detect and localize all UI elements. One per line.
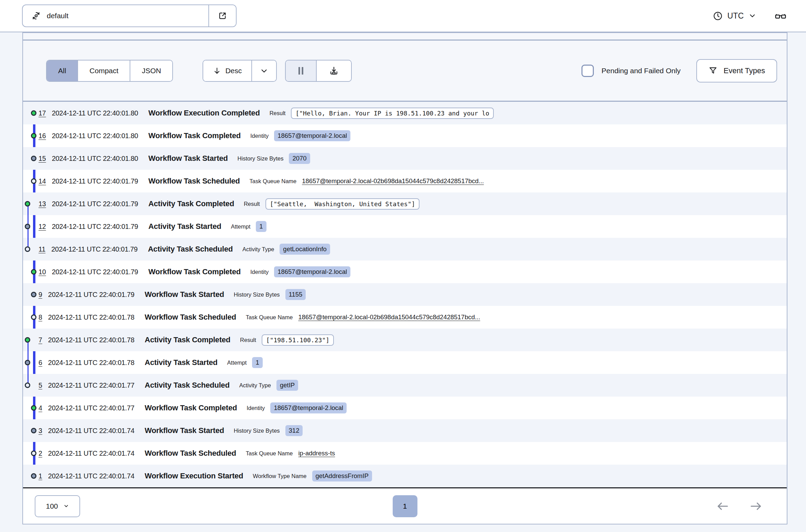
event-detail-value: getIP bbox=[276, 380, 298, 391]
namespace-input[interactable]: default bbox=[23, 5, 208, 26]
tab-compact[interactable]: Compact bbox=[77, 60, 130, 81]
event-row[interactable]: 12 2024-12-11 UTC 22:40:01.79 Activity T… bbox=[23, 215, 787, 238]
event-timestamp: 2024-12-11 UTC 22:40:01.74 bbox=[48, 427, 134, 435]
event-name: Workflow Task Completed bbox=[149, 267, 241, 276]
event-detail-value: 1 bbox=[252, 357, 262, 368]
event-detail-label: Result bbox=[240, 337, 256, 343]
namespace-switcher-icon bbox=[31, 11, 41, 21]
event-row[interactable]: 4 2024-12-11 UTC 22:40:01.77 Workflow Ta… bbox=[23, 397, 787, 419]
event-name: Workflow Execution Completed bbox=[149, 109, 260, 118]
event-id-link[interactable]: 15 bbox=[39, 155, 46, 163]
labs-mode-toggle[interactable] bbox=[774, 10, 787, 22]
event-status-dot bbox=[31, 473, 36, 479]
event-row[interactable]: 17 2024-12-11 UTC 22:40:01.80 Workflow E… bbox=[23, 102, 787, 124]
pause-button[interactable] bbox=[286, 60, 316, 81]
event-detail-value[interactable]: 18657@temporal-2.local-02b698da15044c579… bbox=[298, 313, 480, 321]
namespace-selector[interactable]: default bbox=[22, 4, 237, 27]
tab-json[interactable]: JSON bbox=[130, 60, 172, 81]
event-row[interactable]: 2 2024-12-11 UTC 22:40:01.74 Workflow Ta… bbox=[23, 442, 787, 465]
sort-label: Desc bbox=[225, 67, 242, 75]
event-name: Workflow Task Scheduled bbox=[149, 177, 240, 186]
sort-options-button[interactable] bbox=[251, 60, 276, 81]
event-id-link[interactable]: 1 bbox=[39, 472, 42, 480]
event-detail-value[interactable]: 18657@temporal-2.local-02b698da15044c579… bbox=[302, 177, 484, 185]
event-row[interactable]: 8 2024-12-11 UTC 22:40:01.78 Workflow Ta… bbox=[23, 306, 787, 329]
page-size-value: 100 bbox=[46, 502, 58, 510]
event-row[interactable]: 11 2024-12-11 UTC 22:40:01.79 Activity T… bbox=[23, 238, 787, 261]
event-row[interactable]: 14 2024-12-11 UTC 22:40:01.79 Workflow T… bbox=[23, 170, 787, 192]
event-row[interactable]: 16 2024-12-11 UTC 22:40:01.80 Workflow T… bbox=[23, 124, 787, 147]
event-name: Workflow Task Started bbox=[149, 154, 228, 163]
next-page-button[interactable] bbox=[749, 499, 763, 513]
event-status-dot bbox=[25, 201, 30, 207]
event-detail-label: Activity Type bbox=[242, 246, 274, 253]
event-id-link[interactable]: 6 bbox=[39, 359, 42, 367]
event-timestamp: 2024-12-11 UTC 22:40:01.74 bbox=[48, 450, 134, 457]
event-name: Workflow Task Completed bbox=[145, 403, 237, 412]
event-row[interactable]: 15 2024-12-11 UTC 22:40:01.80 Workflow T… bbox=[23, 147, 787, 170]
event-row[interactable]: 13 2024-12-11 UTC 22:40:01.79 Activity T… bbox=[23, 192, 787, 215]
event-detail-value: ["198.51.100.23"] bbox=[262, 334, 334, 346]
event-row[interactable]: 10 2024-12-11 UTC 22:40:01.79 Workflow T… bbox=[23, 261, 787, 283]
pagination-arrows bbox=[716, 499, 763, 513]
event-status-dot bbox=[25, 337, 30, 343]
event-row[interactable]: 6 2024-12-11 UTC 22:40:01.78 Activity Ta… bbox=[23, 351, 787, 374]
event-id-link[interactable]: 4 bbox=[39, 404, 42, 412]
event-id-link[interactable]: 3 bbox=[39, 427, 42, 435]
event-name: Activity Task Completed bbox=[145, 335, 230, 344]
event-status-dot bbox=[25, 224, 30, 229]
namespace-value: default bbox=[47, 12, 68, 20]
event-id-link[interactable]: 10 bbox=[39, 268, 46, 276]
event-id-link[interactable]: 13 bbox=[39, 200, 46, 208]
sort-desc-button[interactable]: Desc bbox=[203, 60, 251, 81]
event-detail-label: Attempt bbox=[231, 223, 250, 230]
event-id-link[interactable]: 14 bbox=[39, 177, 46, 185]
pause-download-control bbox=[285, 60, 352, 82]
event-id-link[interactable]: 17 bbox=[39, 109, 46, 117]
event-detail-label: Task Queue Name bbox=[246, 314, 293, 321]
event-timestamp: 2024-12-11 UTC 22:40:01.77 bbox=[48, 381, 134, 389]
event-detail-label: Task Queue Name bbox=[250, 178, 297, 185]
event-id-link[interactable]: 9 bbox=[39, 291, 42, 299]
event-status-dot bbox=[31, 110, 36, 116]
tab-all[interactable]: All bbox=[47, 60, 77, 81]
event-row[interactable]: 9 2024-12-11 UTC 22:40:01.79 Workflow Ta… bbox=[23, 283, 787, 306]
event-id-link[interactable]: 12 bbox=[39, 223, 46, 231]
event-types-filter-button[interactable]: Event Types bbox=[696, 59, 777, 82]
previous-page-button[interactable] bbox=[716, 499, 730, 513]
arrow-down-icon bbox=[213, 67, 221, 75]
event-timestamp: 2024-12-11 UTC 22:40:01.80 bbox=[52, 132, 138, 140]
view-mode-tabs: All Compact JSON bbox=[46, 60, 173, 82]
event-detail-value[interactable]: ip-address-ts bbox=[298, 450, 335, 457]
event-detail-label: Result bbox=[270, 110, 286, 117]
event-id-link[interactable]: 2 bbox=[39, 450, 42, 457]
glasses-icon bbox=[774, 10, 787, 22]
page-size-select[interactable]: 100 bbox=[35, 495, 80, 517]
event-id-link[interactable]: 11 bbox=[39, 245, 45, 253]
event-row[interactable]: 7 2024-12-11 UTC 22:40:01.78 Activity Ta… bbox=[23, 329, 787, 351]
event-id-link[interactable]: 5 bbox=[39, 381, 42, 389]
event-row[interactable]: 3 2024-12-11 UTC 22:40:01.74 Workflow Ta… bbox=[23, 419, 787, 442]
timezone-dropdown[interactable]: UTC bbox=[713, 11, 756, 21]
event-row[interactable]: 1 2024-12-11 UTC 22:40:01.74 Workflow Ex… bbox=[23, 465, 787, 487]
event-timestamp: 2024-12-11 UTC 22:40:01.79 bbox=[48, 291, 134, 299]
event-detail-value: 1155 bbox=[285, 289, 306, 300]
event-name: Workflow Task Started bbox=[145, 426, 224, 435]
current-page-button[interactable]: 1 bbox=[393, 495, 417, 517]
sort-control: Desc bbox=[203, 60, 277, 82]
event-status-dot bbox=[31, 133, 36, 138]
event-detail-label: History Size Bytes bbox=[234, 428, 280, 434]
event-row[interactable]: 5 2024-12-11 UTC 22:40:01.77 Activity Ta… bbox=[23, 374, 787, 397]
timezone-value: UTC bbox=[727, 11, 744, 21]
event-id-link[interactable]: 8 bbox=[39, 313, 42, 321]
open-namespace-button[interactable] bbox=[209, 5, 236, 26]
pending-failed-checkbox[interactable] bbox=[581, 65, 594, 77]
pending-failed-filter[interactable]: Pending and Failed Only bbox=[581, 65, 680, 77]
event-detail-value: 1 bbox=[256, 221, 266, 232]
event-id-link[interactable]: 7 bbox=[39, 336, 42, 344]
event-id-link[interactable]: 16 bbox=[39, 132, 46, 140]
event-status-dot bbox=[31, 292, 36, 297]
download-button[interactable] bbox=[316, 60, 351, 81]
event-detail-value: 18657@temporal-2.local bbox=[270, 402, 347, 413]
event-name: Workflow Task Scheduled bbox=[145, 449, 236, 458]
